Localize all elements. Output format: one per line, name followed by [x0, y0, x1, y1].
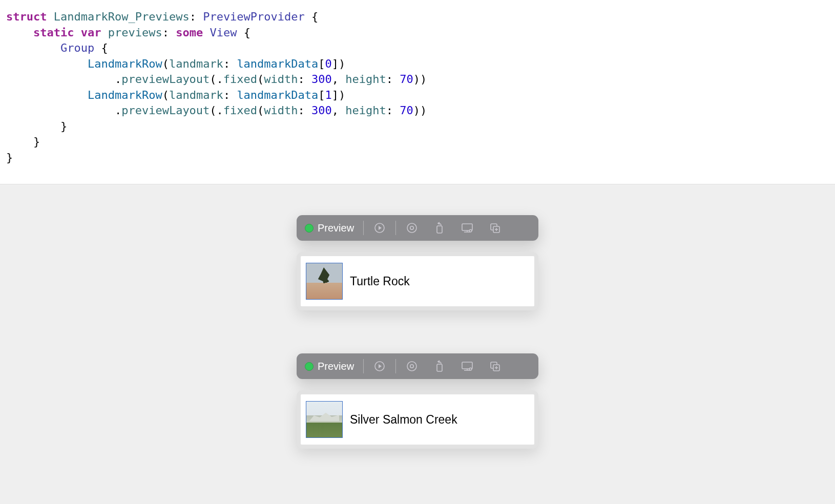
- arg-label: height: [345, 104, 386, 117]
- var-name: previews: [108, 26, 162, 39]
- keyword-some: some: [176, 26, 203, 39]
- device-rotate-button[interactable]: [426, 215, 453, 241]
- preview-block: Preview Turtle Rock: [297, 215, 538, 310]
- method: fixed: [223, 73, 257, 86]
- live-preview-button[interactable]: [366, 353, 393, 379]
- number-literal: 300: [311, 73, 332, 86]
- identifier: landmarkData: [237, 57, 318, 70]
- preview-label: Preview: [318, 361, 354, 372]
- type-ref: View: [210, 26, 237, 39]
- landmark-title: Silver Salmon Creek: [350, 413, 457, 427]
- arg-label: width: [264, 104, 298, 117]
- preview-on-device-button[interactable]: [453, 353, 481, 379]
- inspect-button[interactable]: [398, 353, 426, 379]
- arg-label: landmark: [169, 89, 223, 101]
- method: fixed: [223, 104, 257, 117]
- separator: [395, 221, 396, 235]
- duplicate-preview-button[interactable]: [481, 215, 509, 241]
- svg-point-3: [410, 226, 413, 229]
- arg-label: width: [264, 73, 298, 86]
- identifier: LandmarkRow: [88, 89, 162, 101]
- landmark-row[interactable]: Turtle Rock: [301, 256, 534, 306]
- keyword-var: var: [81, 26, 101, 39]
- number-literal: 300: [311, 104, 332, 117]
- inspect-button[interactable]: [398, 215, 426, 241]
- landmark-thumbnail-icon: [306, 263, 343, 300]
- svg-marker-14: [379, 364, 382, 368]
- svg-point-16: [410, 365, 413, 368]
- preview-toolbar: Preview: [297, 353, 538, 379]
- preview-canvas: Preview Turtle Rock: [0, 184, 835, 504]
- svg-point-8: [469, 229, 472, 232]
- landmark-row[interactable]: Silver Salmon Creek: [301, 394, 534, 445]
- live-preview-button[interactable]: [366, 215, 393, 241]
- preview-toolbar: Preview: [297, 215, 538, 241]
- number-literal: 1: [325, 89, 332, 101]
- separator: [363, 221, 364, 235]
- svg-point-2: [407, 223, 416, 233]
- identifier: LandmarkRow: [88, 57, 162, 70]
- landmark-thumbnail-icon: [306, 401, 343, 438]
- landmark-title: Turtle Rock: [350, 275, 410, 288]
- preview-frame: Silver Salmon Creek: [297, 390, 538, 449]
- type-ref: Group: [60, 41, 94, 54]
- arg-label: landmark: [169, 57, 223, 70]
- number-literal: 0: [325, 57, 332, 70]
- preview-block: Preview Silver Salmon Creek: [297, 353, 538, 449]
- identifier: landmarkData: [237, 89, 318, 101]
- method: previewLayout: [121, 73, 210, 86]
- svg-point-15: [407, 362, 416, 371]
- arg-label: height: [345, 73, 386, 86]
- keyword-struct: struct: [6, 10, 47, 23]
- type-ref: PreviewProvider: [203, 10, 305, 23]
- preview-frame: Turtle Rock: [297, 252, 538, 310]
- preview-on-device-button[interactable]: [453, 215, 481, 241]
- svg-marker-1: [379, 226, 382, 230]
- keyword-static: static: [33, 26, 74, 39]
- number-literal: 70: [400, 104, 413, 117]
- separator: [363, 359, 364, 373]
- type-name: LandmarkRow_Previews: [54, 10, 190, 23]
- number-literal: 70: [400, 73, 413, 86]
- duplicate-preview-button[interactable]: [481, 353, 509, 379]
- svg-rect-4: [437, 226, 442, 233]
- svg-rect-17: [437, 364, 442, 371]
- status-dot-icon: [305, 362, 314, 371]
- method: previewLayout: [121, 104, 210, 117]
- separator: [395, 359, 396, 373]
- svg-point-21: [469, 368, 472, 370]
- code-editor[interactable]: struct LandmarkRow_Previews: PreviewProv…: [0, 0, 835, 184]
- device-rotate-button[interactable]: [426, 353, 453, 379]
- status-dot-icon: [305, 224, 314, 233]
- preview-label: Preview: [318, 222, 354, 234]
